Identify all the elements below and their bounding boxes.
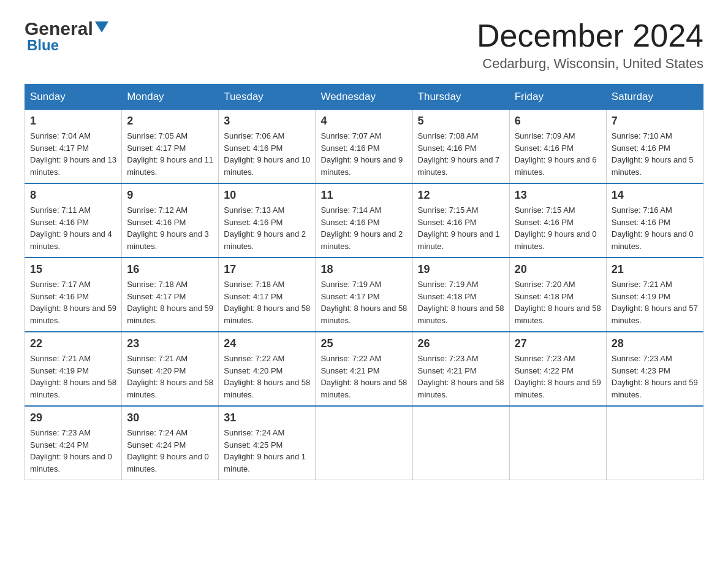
table-row: 3 Sunrise: 7:06 AM Sunset: 4:16 PM Dayli… bbox=[219, 110, 316, 184]
sunset-text: Sunset: 4:16 PM bbox=[612, 216, 698, 229]
day-number: 9 bbox=[127, 189, 213, 202]
day-number: 20 bbox=[515, 263, 601, 276]
day-number: 21 bbox=[612, 263, 698, 276]
daylight-text: Daylight: 9 hours and 0 minutes. bbox=[515, 228, 601, 252]
day-info: Sunrise: 7:14 AM Sunset: 4:16 PM Dayligh… bbox=[320, 204, 407, 252]
table-row: 10 Sunrise: 7:13 AM Sunset: 4:16 PM Dayl… bbox=[219, 183, 316, 258]
day-info: Sunrise: 7:21 AM Sunset: 4:19 PM Dayligh… bbox=[30, 353, 116, 400]
daylight-text: Daylight: 9 hours and 11 minutes. bbox=[127, 154, 213, 178]
sunrise-text: Sunrise: 7:09 AM bbox=[515, 130, 601, 142]
sunset-text: Sunset: 4:24 PM bbox=[30, 439, 116, 451]
sunrise-text: Sunrise: 7:23 AM bbox=[515, 353, 601, 365]
table-row: 15 Sunrise: 7:17 AM Sunset: 4:16 PM Dayl… bbox=[25, 258, 122, 332]
day-info: Sunrise: 7:16 AM Sunset: 4:16 PM Dayligh… bbox=[612, 204, 698, 252]
table-row bbox=[412, 406, 509, 480]
daylight-text: Daylight: 8 hours and 58 minutes. bbox=[320, 302, 407, 326]
sunrise-text: Sunrise: 7:23 AM bbox=[418, 353, 504, 365]
table-row: 28 Sunrise: 7:23 AM Sunset: 4:23 PM Dayl… bbox=[606, 332, 703, 406]
day-number: 10 bbox=[224, 189, 310, 202]
sunrise-text: Sunrise: 7:10 AM bbox=[612, 130, 698, 142]
sunset-text: Sunset: 4:16 PM bbox=[224, 216, 310, 229]
day-number: 17 bbox=[224, 263, 310, 276]
day-number: 11 bbox=[320, 189, 407, 202]
daylight-text: Daylight: 8 hours and 59 minutes. bbox=[612, 377, 698, 400]
sunset-text: Sunset: 4:18 PM bbox=[418, 291, 504, 303]
sunrise-text: Sunrise: 7:17 AM bbox=[30, 278, 116, 291]
table-row: 4 Sunrise: 7:07 AM Sunset: 4:16 PM Dayli… bbox=[316, 110, 412, 184]
table-row: 30 Sunrise: 7:24 AM Sunset: 4:24 PM Dayl… bbox=[122, 406, 219, 480]
daylight-text: Daylight: 9 hours and 5 minutes. bbox=[612, 154, 698, 178]
table-row: 27 Sunrise: 7:23 AM Sunset: 4:22 PM Dayl… bbox=[509, 332, 606, 406]
col-wednesday: Wednesday bbox=[316, 85, 412, 110]
day-number: 18 bbox=[320, 263, 407, 276]
table-row: 22 Sunrise: 7:21 AM Sunset: 4:19 PM Dayl… bbox=[25, 332, 122, 406]
day-number: 16 bbox=[127, 263, 213, 276]
table-row: 14 Sunrise: 7:16 AM Sunset: 4:16 PM Dayl… bbox=[606, 183, 703, 258]
day-number: 13 bbox=[515, 189, 601, 202]
title-block: December 2024 Cedarburg, Wisconsin, Unit… bbox=[477, 18, 703, 72]
sunrise-text: Sunrise: 7:16 AM bbox=[612, 204, 698, 216]
sunrise-text: Sunrise: 7:08 AM bbox=[418, 130, 504, 142]
day-info: Sunrise: 7:15 AM Sunset: 4:16 PM Dayligh… bbox=[515, 204, 601, 252]
sunset-text: Sunset: 4:16 PM bbox=[418, 216, 504, 229]
day-number: 19 bbox=[418, 263, 504, 276]
day-number: 2 bbox=[127, 115, 213, 128]
day-info: Sunrise: 7:07 AM Sunset: 4:16 PM Dayligh… bbox=[320, 130, 407, 178]
sunset-text: Sunset: 4:16 PM bbox=[612, 142, 698, 155]
sunset-text: Sunset: 4:22 PM bbox=[515, 365, 601, 377]
table-row: 11 Sunrise: 7:14 AM Sunset: 4:16 PM Dayl… bbox=[316, 183, 412, 258]
day-number: 6 bbox=[515, 115, 601, 128]
table-row: 21 Sunrise: 7:21 AM Sunset: 4:19 PM Dayl… bbox=[606, 258, 703, 332]
day-info: Sunrise: 7:12 AM Sunset: 4:16 PM Dayligh… bbox=[127, 204, 213, 252]
table-row: 19 Sunrise: 7:19 AM Sunset: 4:18 PM Dayl… bbox=[412, 258, 509, 332]
sunrise-text: Sunrise: 7:19 AM bbox=[320, 278, 407, 291]
table-row: 18 Sunrise: 7:19 AM Sunset: 4:17 PM Dayl… bbox=[316, 258, 412, 332]
sunset-text: Sunset: 4:20 PM bbox=[127, 365, 213, 377]
table-row: 24 Sunrise: 7:22 AM Sunset: 4:20 PM Dayl… bbox=[219, 332, 316, 406]
day-number: 4 bbox=[320, 115, 407, 128]
sunset-text: Sunset: 4:23 PM bbox=[612, 365, 698, 377]
daylight-text: Daylight: 9 hours and 4 minutes. bbox=[30, 228, 116, 252]
day-info: Sunrise: 7:10 AM Sunset: 4:16 PM Dayligh… bbox=[612, 130, 698, 178]
day-info: Sunrise: 7:24 AM Sunset: 4:24 PM Dayligh… bbox=[127, 427, 213, 475]
week-row-4: 29 Sunrise: 7:23 AM Sunset: 4:24 PM Dayl… bbox=[25, 406, 703, 480]
day-info: Sunrise: 7:23 AM Sunset: 4:23 PM Dayligh… bbox=[612, 353, 698, 400]
daylight-text: Daylight: 8 hours and 58 minutes. bbox=[418, 302, 504, 326]
day-number: 31 bbox=[224, 412, 310, 424]
sunset-text: Sunset: 4:16 PM bbox=[320, 216, 407, 229]
sunrise-text: Sunrise: 7:22 AM bbox=[320, 353, 407, 365]
daylight-text: Daylight: 9 hours and 9 minutes. bbox=[320, 154, 407, 178]
logo-general-text: General bbox=[25, 18, 93, 39]
table-row: 31 Sunrise: 7:24 AM Sunset: 4:25 PM Dayl… bbox=[219, 406, 316, 480]
sunrise-text: Sunrise: 7:24 AM bbox=[127, 427, 213, 439]
day-info: Sunrise: 7:19 AM Sunset: 4:17 PM Dayligh… bbox=[320, 278, 407, 326]
day-number: 25 bbox=[320, 337, 407, 350]
sunrise-text: Sunrise: 7:06 AM bbox=[224, 130, 310, 142]
daylight-text: Daylight: 9 hours and 10 minutes. bbox=[224, 154, 310, 178]
day-info: Sunrise: 7:08 AM Sunset: 4:16 PM Dayligh… bbox=[418, 130, 504, 178]
day-number: 12 bbox=[418, 189, 504, 202]
day-number: 8 bbox=[30, 189, 116, 202]
sunset-text: Sunset: 4:24 PM bbox=[127, 439, 213, 451]
sunset-text: Sunset: 4:17 PM bbox=[320, 291, 407, 303]
day-info: Sunrise: 7:24 AM Sunset: 4:25 PM Dayligh… bbox=[224, 427, 310, 475]
day-info: Sunrise: 7:04 AM Sunset: 4:17 PM Dayligh… bbox=[30, 130, 116, 178]
svg-marker-0 bbox=[95, 21, 108, 33]
day-info: Sunrise: 7:18 AM Sunset: 4:17 PM Dayligh… bbox=[224, 278, 310, 326]
day-number: 28 bbox=[612, 337, 698, 350]
sunset-text: Sunset: 4:17 PM bbox=[224, 291, 310, 303]
col-saturday: Saturday bbox=[606, 85, 703, 110]
table-row: 13 Sunrise: 7:15 AM Sunset: 4:16 PM Dayl… bbox=[509, 183, 606, 258]
day-number: 27 bbox=[515, 337, 601, 350]
daylight-text: Daylight: 8 hours and 57 minutes. bbox=[612, 302, 698, 326]
sunrise-text: Sunrise: 7:18 AM bbox=[224, 278, 310, 291]
day-info: Sunrise: 7:22 AM Sunset: 4:21 PM Dayligh… bbox=[320, 353, 407, 400]
sunset-text: Sunset: 4:16 PM bbox=[320, 142, 407, 155]
week-row-1: 8 Sunrise: 7:11 AM Sunset: 4:16 PM Dayli… bbox=[25, 183, 703, 258]
table-row: 8 Sunrise: 7:11 AM Sunset: 4:16 PM Dayli… bbox=[25, 183, 122, 258]
sunrise-text: Sunrise: 7:15 AM bbox=[418, 204, 504, 216]
logo-arrow-icon bbox=[95, 21, 108, 37]
day-number: 26 bbox=[418, 337, 504, 350]
table-row: 20 Sunrise: 7:20 AM Sunset: 4:18 PM Dayl… bbox=[509, 258, 606, 332]
sunset-text: Sunset: 4:16 PM bbox=[418, 142, 504, 155]
